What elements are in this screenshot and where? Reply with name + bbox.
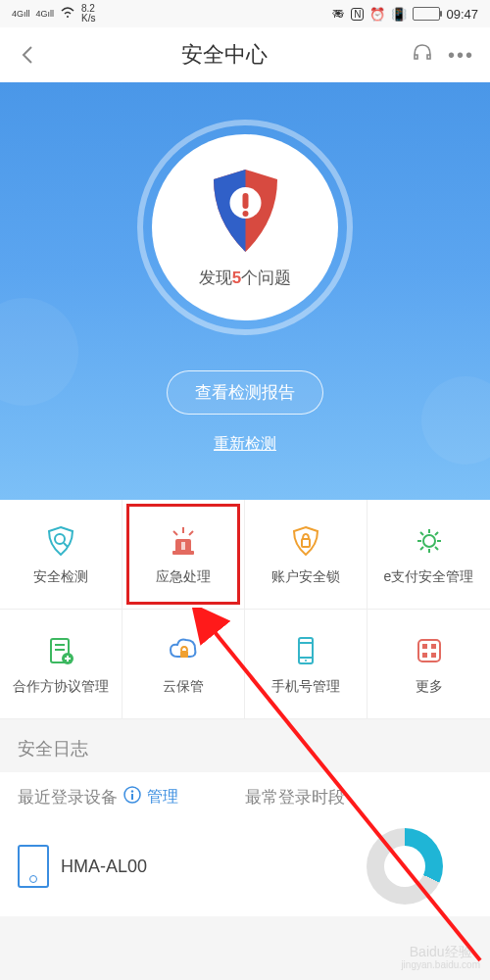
network-speed: 8.2K/s (81, 4, 95, 24)
vibrate-icon: 📳 (391, 7, 407, 22)
grid-item-emergency[interactable]: 应急处理 (122, 500, 245, 610)
scan-circle-inner: 发现5个问题 (152, 134, 338, 320)
watermark: Baidu经验 jingyan.baidu.com (401, 945, 480, 970)
signal-4g-1: 4Gıll (12, 9, 30, 19)
time-donut-chart (367, 828, 443, 905)
status-left: 4Gıll 4Gıll 8.2K/s (12, 4, 95, 24)
svg-rect-29 (431, 653, 436, 658)
svg-point-4 (55, 534, 65, 544)
manage-link[interactable]: 管理 (147, 787, 178, 808)
view-report-button[interactable]: 查看检测报告 (167, 370, 323, 415)
frequent-time-heading: 最常登录时段 (245, 786, 472, 808)
info-icon[interactable] (123, 786, 141, 808)
grid-label: 账户安全锁 (271, 568, 340, 586)
retest-link[interactable]: 重新检测 (214, 434, 276, 455)
svg-rect-8 (181, 542, 185, 550)
grid-label: 更多 (416, 678, 443, 696)
device-name: HMA-AL00 (61, 857, 147, 877)
svg-rect-32 (131, 794, 133, 800)
grid-item-epay-security[interactable]: e支付安全管理 (368, 500, 490, 610)
svg-point-3 (242, 211, 248, 217)
device-phone-icon (18, 845, 49, 888)
svg-point-0 (67, 16, 69, 18)
svg-rect-27 (431, 644, 436, 649)
page-title: 安全中心 (181, 40, 268, 70)
hero-panel: 发现5个问题 查看检测报告 重新检测 (0, 82, 490, 500)
siren-icon (166, 523, 201, 559)
grid-item-cloud-safe[interactable]: 云保管 (122, 610, 245, 719)
svg-rect-20 (180, 651, 188, 658)
status-bar: 4Gıll 4Gıll 8.2K/s 👁 N ⏰ 📳 75 09:47 (0, 0, 490, 27)
grid-label: 合作方协议管理 (13, 678, 109, 696)
feature-grid: 安全检测 应急处理 账户安全锁 e支付安全管理 (0, 500, 490, 719)
svg-rect-26 (422, 644, 427, 649)
signal-4g-2: 4Gıll (36, 9, 55, 19)
grid-label: 云保管 (163, 678, 204, 696)
scan-circle: 发现5个问题 (137, 120, 353, 335)
svg-rect-7 (172, 551, 194, 555)
headset-icon[interactable] (411, 41, 434, 69)
magnifier-shield-icon (43, 523, 78, 559)
phone-icon (288, 633, 323, 668)
grid-more-icon (412, 633, 447, 668)
section-title-log: 安全日志 (0, 719, 490, 772)
back-button[interactable] (16, 43, 39, 67)
alarm-icon: ⏰ (369, 7, 385, 22)
recent-login-heading: 最近登录设备 管理 (18, 786, 245, 808)
nav-bar: 安全中心 ••• (0, 27, 490, 82)
svg-line-5 (64, 543, 68, 547)
status-time: 09:47 (446, 7, 478, 22)
battery-icon (413, 7, 440, 21)
battery-percent: 75 (332, 9, 343, 20)
found-text: 发现5个问题 (199, 267, 291, 289)
device-row: HMA-AL00 (0, 816, 490, 916)
cloud-lock-icon (166, 633, 201, 668)
svg-point-24 (305, 660, 307, 662)
more-icon[interactable]: ••• (448, 44, 474, 67)
svg-line-11 (189, 531, 193, 535)
status-right: 👁 N ⏰ 📳 75 09:47 (332, 7, 478, 22)
svg-rect-25 (418, 640, 440, 662)
lock-shield-icon (288, 523, 323, 559)
svg-rect-2 (242, 193, 248, 209)
wifi-icon (60, 7, 75, 22)
grid-label: 应急处理 (156, 568, 211, 586)
svg-point-13 (423, 535, 435, 547)
gear-icon (412, 523, 447, 559)
log-headings-row: 最近登录设备 管理 最常登录时段 (0, 772, 490, 816)
grid-item-security-check[interactable]: 安全检测 (0, 500, 122, 610)
svg-rect-28 (422, 653, 427, 658)
document-plus-icon (43, 633, 78, 668)
grid-label: 手机号管理 (271, 678, 340, 696)
nfc-icon: N (351, 8, 364, 21)
shield-icon (209, 167, 282, 255)
svg-rect-12 (302, 539, 310, 547)
grid-item-account-lock[interactable]: 账户安全锁 (245, 500, 368, 610)
grid-item-phone-manage[interactable]: 手机号管理 (245, 610, 368, 719)
grid-label: e支付安全管理 (384, 568, 474, 586)
svg-point-31 (131, 790, 133, 792)
svg-line-10 (173, 531, 177, 535)
grid-item-more[interactable]: 更多 (368, 610, 490, 719)
grid-label: 安全检测 (33, 568, 88, 586)
grid-item-partner-agreement[interactable]: 合作方协议管理 (0, 610, 122, 719)
